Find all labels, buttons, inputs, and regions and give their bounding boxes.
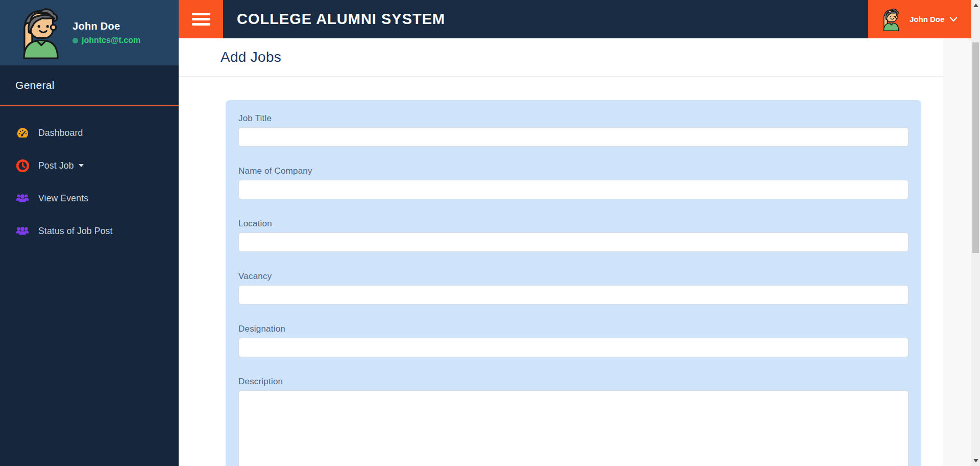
sidebar-item-label: View Events [38,193,88,204]
field-job-title: Job Title [238,113,909,147]
page-header: Add Jobs [179,38,943,77]
sidebar-nav: Dashboard Post Job [0,106,179,247]
caret-down-icon [79,164,84,167]
scrollbar-thumb[interactable] [972,42,979,253]
vacancy-label: Vacancy [238,271,909,282]
status-dot-icon [72,38,78,43]
clock-icon [15,158,30,173]
user-avatar [14,6,67,59]
app-window: John Doe johntcs@t.com General [0,0,971,466]
sidebar-item-status-of-job-post[interactable]: Status of Job Post [0,215,179,247]
user-email[interactable]: johntcs@t.com [82,36,140,45]
page-title: Add Jobs [220,49,281,65]
section-heading: General [15,79,55,91]
field-company-name: Name of Company [238,166,909,199]
company-name-label: Name of Company [238,166,909,176]
field-vacancy: Vacancy [238,271,909,305]
description-textarea[interactable] [238,390,909,466]
form-card: Job Title Name of Company Location [226,100,921,466]
hamburger-menu-button[interactable] [179,0,223,38]
company-name-input[interactable] [238,180,909,199]
user-name: John Doe [72,20,140,32]
sidebar: John Doe johntcs@t.com General [0,0,179,466]
designation-label: Designation [238,324,909,334]
app-title: COLLEGE ALUMNI SYSTEM [237,11,445,28]
sidebar-item-label: Post Job [38,160,74,171]
location-label: Location [238,219,909,229]
chevron-down-icon [949,16,958,22]
sidebar-item-label: Dashboard [38,128,83,138]
tachometer-icon [15,126,30,140]
content-area: Add Jobs Job Title Name of Company [179,38,971,466]
description-label: Description [238,377,909,387]
field-designation: Designation [238,324,909,357]
topbar-username: John Doe [910,15,944,24]
field-location: Location [238,219,909,252]
sidebar-item-dashboard[interactable]: Dashboard [0,116,179,149]
topbar-user-dropdown[interactable]: John Doe [868,0,971,38]
sidebar-item-post-job[interactable]: Post Job [0,149,179,182]
sidebar-user-panel: John Doe johntcs@t.com [0,0,179,65]
topbar: COLLEGE ALUMNI SYSTEM John Doe [179,0,971,38]
add-jobs-form: Job Title Name of Company Location [179,77,943,466]
sidebar-item-view-events[interactable]: View Events [0,182,179,215]
field-description: Description [238,377,909,466]
users-icon [15,224,30,238]
scroll-down-arrow-icon[interactable] [973,459,978,462]
users-icon [15,191,30,205]
designation-input[interactable] [238,338,909,357]
job-title-input[interactable] [238,127,909,147]
vacancy-input[interactable] [238,285,909,305]
location-input[interactable] [238,232,909,252]
scroll-up-arrow-icon[interactable] [973,4,978,7]
vertical-scrollbar[interactable] [971,0,980,466]
job-title-label: Job Title [238,113,909,124]
page-panel: Add Jobs Job Title Name of Company [179,38,943,466]
sidebar-section-general: General [0,65,179,106]
hamburger-icon [192,13,210,15]
topbar-avatar [879,8,903,31]
sidebar-item-label: Status of Job Post [38,226,113,237]
